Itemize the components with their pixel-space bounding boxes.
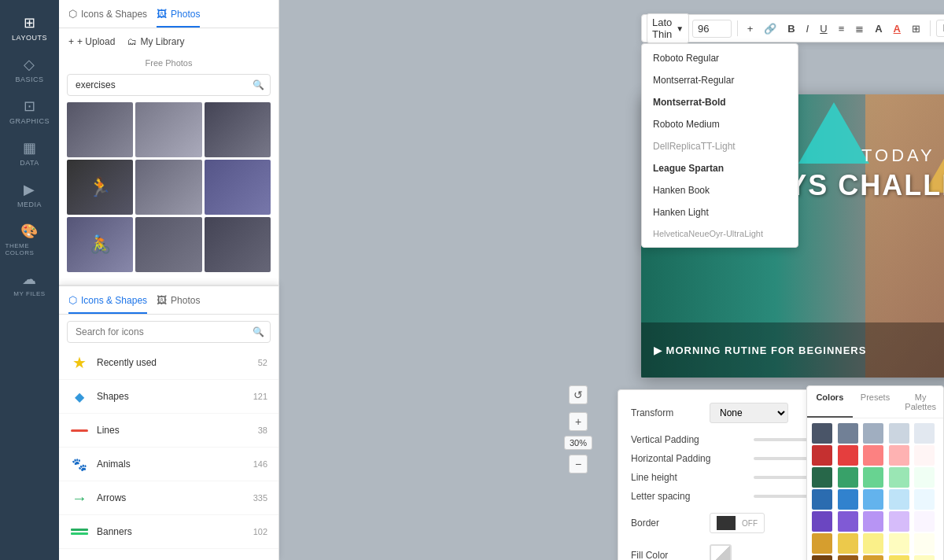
tab-icons-shapes[interactable]: ⬡ Icons & Shapes [68, 8, 147, 28]
sidebar-item-my-files[interactable]: ☁ MY FILES [2, 264, 57, 304]
color-swatch[interactable] [889, 489, 909, 510]
font-option-montserrat-regular[interactable]: Montserrat-Regular [642, 69, 798, 91]
color-swatch[interactable] [863, 489, 883, 510]
sidebar-item-data[interactable]: ▦ DATA [2, 133, 57, 173]
color-swatch[interactable] [889, 445, 909, 466]
font-option-helvetica-ultralight[interactable]: HelveticaNeueOyr-UltraLight [642, 223, 798, 244]
color-swatch[interactable] [914, 533, 935, 554]
color-swatch[interactable] [812, 423, 832, 444]
add-size-button[interactable]: + [743, 20, 758, 37]
color-swatch[interactable] [812, 511, 832, 532]
color-swatch[interactable] [838, 555, 858, 560]
upload-button[interactable]: + + Upload [68, 36, 115, 47]
color-swatch[interactable] [838, 467, 858, 488]
color-swatch[interactable] [889, 511, 909, 532]
sidebar-item-layouts[interactable]: ⊞ LAYOUTS [2, 8, 57, 48]
list-item-lines[interactable]: Lines 38 [59, 414, 278, 448]
photo-search-input[interactable] [67, 74, 271, 96]
panel2-tab-photos[interactable]: 🖼 Photos [157, 294, 200, 314]
underline-button[interactable]: U [816, 20, 831, 37]
photo-cell[interactable] [135, 217, 201, 272]
photo-cell[interactable] [205, 102, 271, 157]
font-option-hanken-book[interactable]: Hanken Book [642, 179, 798, 201]
color-swatch[interactable] [914, 445, 935, 466]
photo-cell[interactable]: 🏃 [67, 160, 133, 215]
photo-cell[interactable] [205, 160, 271, 215]
color-swatch[interactable] [863, 511, 883, 532]
font-size-input[interactable] [692, 20, 732, 38]
font-option-dell-light[interactable]: DellReplicaTT-Light [642, 135, 798, 157]
color-swatch[interactable] [889, 555, 909, 560]
sidebar-item-theme-colors[interactable]: 🎨 THEME COLORS [2, 216, 57, 263]
color-swatch[interactable] [863, 467, 883, 488]
text-color-button[interactable]: A [871, 20, 886, 37]
presets-tab[interactable]: Presets [853, 386, 898, 418]
list-item-shapes[interactable]: ◆ Shapes 121 [59, 380, 278, 414]
photo-cell[interactable] [205, 217, 271, 272]
color-swatch[interactable] [838, 423, 858, 444]
color-swatch[interactable] [889, 423, 909, 444]
photo-search-icon[interactable]: 🔍 [253, 79, 264, 90]
zoom-in-button[interactable]: + [569, 412, 588, 431]
list-button[interactable]: ≣ [851, 20, 868, 37]
rotate-button[interactable]: ↺ [569, 385, 588, 404]
color-swatch[interactable] [914, 423, 935, 444]
list-item-animals[interactable]: 🐾 Animals 146 [59, 448, 278, 481]
font-family-select[interactable]: Lato Thin ▼ [647, 13, 689, 43]
font-option-montserrat-bold[interactable]: Montserrat-Bold [642, 91, 798, 113]
tab-photos[interactable]: 🖼 Photos [157, 8, 200, 28]
color-swatch[interactable] [838, 489, 858, 510]
color-swatch[interactable] [914, 555, 935, 560]
color-swatch[interactable] [812, 467, 832, 488]
zoom-out-button[interactable]: − [569, 455, 588, 473]
italic-button[interactable]: I [802, 20, 813, 37]
icon-search-input[interactable] [67, 321, 271, 343]
color-swatch[interactable] [812, 555, 832, 560]
my-palettes-tab[interactable]: My Palettes [898, 386, 943, 418]
list-item-recently-used[interactable]: ★ Recently used 52 [59, 346, 278, 380]
color-swatch[interactable] [812, 445, 832, 466]
upload-label: + Upload [77, 36, 115, 47]
link-button[interactable]: 🔗 [760, 20, 780, 37]
panel2-tab-icons[interactable]: ⬡ Icons & Shapes [68, 294, 147, 314]
insert-button[interactable]: Insert ▼ [936, 20, 944, 37]
font-option-league-spartan[interactable]: League Spartan [642, 157, 798, 179]
color-swatch[interactable] [812, 489, 832, 510]
icon-search-icon[interactable]: 🔍 [253, 326, 264, 337]
font-option-roboto-regular[interactable]: Roboto Regular [642, 47, 798, 69]
photo-cell[interactable] [135, 102, 201, 157]
color-swatch[interactable] [914, 511, 935, 532]
color-swatch[interactable] [838, 511, 858, 532]
my-library-button[interactable]: 🗂 My Library [127, 36, 184, 47]
text-options-button[interactable]: ⊞ [908, 20, 924, 37]
font-option-roboto-medium[interactable]: Roboto Medium [642, 113, 798, 135]
text-underline-color-button[interactable]: A [890, 20, 905, 37]
color-swatch[interactable] [863, 533, 883, 554]
color-swatch[interactable] [863, 423, 883, 444]
transform-select[interactable]: None [710, 403, 788, 423]
bold-button[interactable]: B [784, 20, 798, 37]
photo-cell[interactable]: 🚴 [67, 217, 133, 272]
color-swatch[interactable] [889, 467, 909, 488]
colors-tab[interactable]: Colors [807, 386, 853, 418]
list-item-buildings[interactable]: 🏛 Buildings & Landmarks 244 [59, 549, 278, 551]
color-swatch[interactable] [812, 533, 832, 554]
list-item-arrows[interactable]: → Arrows 335 [59, 481, 278, 515]
sidebar-item-basics[interactable]: ◇ BASICS [2, 50, 57, 90]
color-swatch[interactable] [889, 533, 909, 554]
color-swatch[interactable] [914, 467, 935, 488]
font-option-hanken-light[interactable]: Hanken Light [642, 201, 798, 223]
photo-cell[interactable] [135, 160, 201, 215]
color-swatch[interactable] [838, 533, 858, 554]
color-swatch[interactable] [914, 489, 935, 510]
photo-cell[interactable] [67, 102, 133, 157]
fill-color-swatch[interactable] [710, 544, 732, 560]
align-button[interactable]: ≡ [835, 20, 849, 37]
color-swatch[interactable] [863, 555, 883, 560]
color-swatch[interactable] [863, 445, 883, 466]
sidebar-item-graphics[interactable]: ⊡ GRAPHICS [2, 91, 57, 131]
sidebar-item-media[interactable]: ▶ MEDIA [2, 175, 57, 215]
border-toggle[interactable]: OFF [710, 513, 765, 533]
color-swatch[interactable] [838, 445, 858, 466]
list-item-banners[interactable]: Banners 102 [59, 515, 278, 549]
